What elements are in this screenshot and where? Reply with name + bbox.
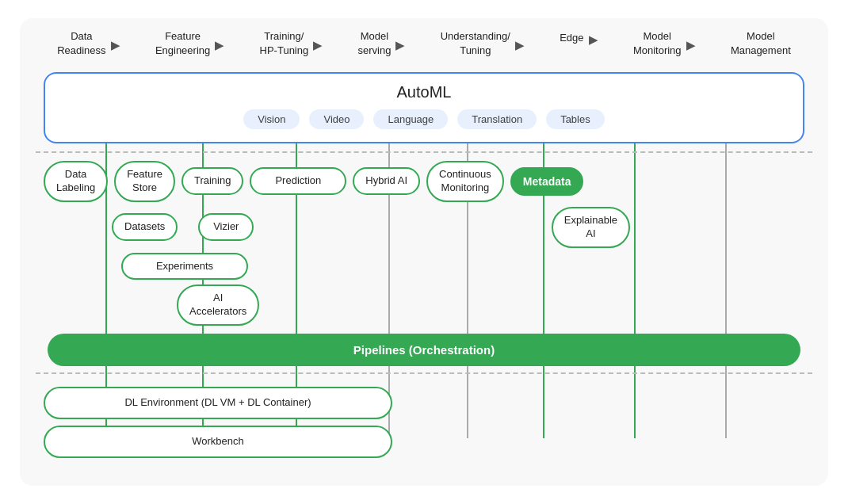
pill-datasets: Datasets: [112, 213, 178, 241]
pill-metadata: Metadata: [510, 167, 584, 196]
pill-workbench: Workbench: [44, 426, 392, 458]
chip-video: Video: [309, 109, 364, 129]
secondary-pills-row: Datasets Vizier Explainable AI: [36, 207, 812, 248]
pill-vizier: Vizier: [198, 213, 254, 241]
pill-data-labeling: Data Labeling: [44, 161, 108, 202]
automl-title: AutoML: [61, 83, 787, 101]
step-model-management: Model Management: [731, 29, 791, 57]
arrow-6: ▶: [589, 29, 598, 47]
pill-explainable-ai: Explainable AI: [552, 207, 630, 248]
arrow-1: ▶: [111, 35, 120, 52]
step-understanding: Understanding/ Tuning ▶: [441, 29, 529, 57]
arrow-5: ▶: [515, 35, 525, 52]
step-edge: Edge ▶: [560, 29, 602, 47]
workbench-label: Workbench: [192, 435, 244, 447]
chip-tables: Tables: [546, 109, 605, 129]
pill-ai-accelerators: AI Accelerators: [177, 284, 259, 326]
step-model-monitoring: Model Monitoring ▶: [633, 29, 701, 57]
pipelines-bar: Pipelines (Orchestration): [48, 334, 800, 366]
dl-environment-label: DL Environment (DL VM + DL Container): [124, 396, 311, 408]
step-data-readiness: Data Readiness ▶: [57, 29, 124, 57]
chip-vision: Vision: [243, 109, 300, 129]
experiments-row: Experiments: [36, 253, 812, 281]
bottom-section: DL Environment (DL VM + DL Container) Wo…: [44, 380, 804, 464]
pill-prediction: Prediction: [250, 167, 346, 195]
pill-training: Training: [181, 167, 243, 195]
arrow-7: ▶: [686, 35, 696, 52]
pill-experiments: Experiments: [121, 253, 248, 281]
pill-continuous-monitoring: Continuous Monitoring: [426, 161, 504, 202]
automl-chips: Vision Video Language Translation Tables: [61, 109, 787, 129]
pill-hybrid-ai: Hybrid AI: [353, 167, 420, 195]
arrow-4: ▶: [395, 35, 405, 52]
arrow-2: ▶: [215, 35, 224, 52]
step-model-serving: Model serving ▶: [358, 29, 411, 57]
step-feature-engineering: Feature Engineering ▶: [155, 29, 229, 57]
pill-dl-environment: DL Environment (DL VM + DL Container): [44, 387, 392, 419]
accelerators-row: AI Accelerators: [36, 284, 812, 326]
pipelines-label: Pipelines (Orchestration): [353, 343, 495, 357]
chip-language: Language: [373, 109, 448, 129]
chip-translation: Translation: [457, 109, 537, 129]
dashed-divider-2: [36, 372, 812, 374]
diagram-wrapper: Data Readiness ▶ Feature Engineering ▶ T…: [20, 18, 828, 486]
arrow-3: ▶: [313, 35, 323, 52]
main-pills-row: Data Labeling Feature Store Training Pre…: [36, 161, 812, 202]
automl-box: AutoML Vision Video Language Translation…: [44, 72, 804, 143]
step-training: Training/ HP-Tuning ▶: [260, 29, 328, 57]
pill-feature-store: Feature Store: [114, 161, 175, 202]
dashed-divider-1: [36, 151, 812, 153]
